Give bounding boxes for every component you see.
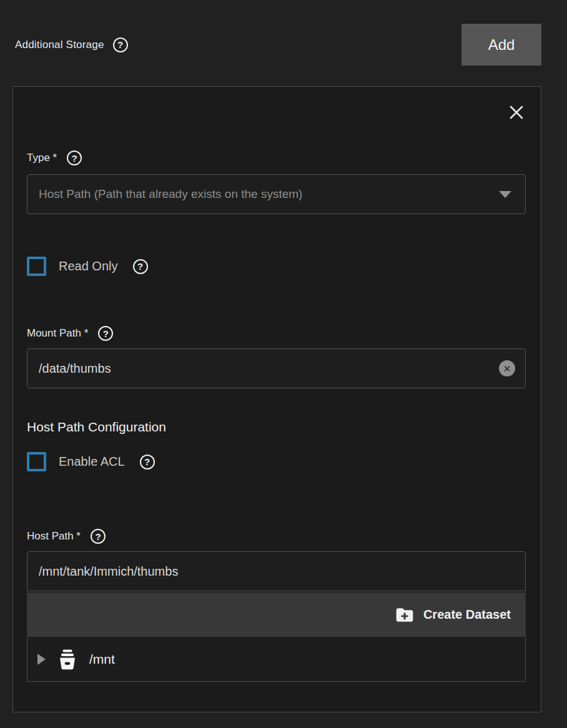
host-path-configuration-heading: Host Path Configuration: [27, 420, 526, 435]
mount-path-input[interactable]: [39, 362, 499, 376]
add-button[interactable]: Add: [461, 24, 541, 66]
chevron-down-icon: [499, 191, 511, 198]
host-path-input[interactable]: [39, 564, 515, 579]
dataset-tree: /mnt: [27, 637, 526, 682]
create-dataset-button[interactable]: Create Dataset: [395, 605, 511, 625]
tree-expand-icon[interactable]: [37, 654, 46, 665]
enable-acl-checkbox[interactable]: [27, 452, 46, 471]
dataset-icon: [56, 647, 79, 671]
storage-item-panel: Type * ? Host Path (Path that already ex…: [12, 86, 541, 712]
mount-path-label: Mount Path *: [27, 327, 88, 340]
type-help-icon[interactable]: ?: [67, 150, 82, 165]
host-path-field: [27, 551, 526, 591]
help-icon[interactable]: ?: [113, 37, 128, 52]
host-path-help-icon[interactable]: ?: [91, 529, 106, 544]
read-only-label: Read Only: [59, 259, 118, 273]
additional-storage-header: Additional Storage ? Add: [15, 24, 541, 66]
clear-input-icon[interactable]: ✕: [499, 360, 515, 376]
folder-plus-icon: [395, 605, 415, 625]
explorer-toolbar: Create Dataset: [27, 593, 526, 637]
type-select[interactable]: Host Path (Path that already exists on t…: [27, 174, 526, 214]
host-path-label: Host Path *: [27, 530, 81, 543]
tree-item-mnt[interactable]: /mnt: [89, 652, 115, 667]
mount-path-field: ✕: [27, 348, 526, 388]
enable-acl-help-icon[interactable]: ?: [140, 455, 155, 470]
close-icon[interactable]: [507, 103, 526, 122]
enable-acl-label: Enable ACL: [59, 455, 125, 469]
read-only-checkbox[interactable]: [27, 257, 46, 276]
create-dataset-label: Create Dataset: [423, 607, 511, 622]
type-label: Type *: [27, 152, 57, 164]
read-only-help-icon[interactable]: ?: [133, 259, 148, 274]
section-title: Additional Storage: [15, 39, 104, 51]
mount-path-help-icon[interactable]: ?: [98, 326, 113, 341]
type-selected-value: Host Path (Path that already exists on t…: [39, 187, 302, 201]
